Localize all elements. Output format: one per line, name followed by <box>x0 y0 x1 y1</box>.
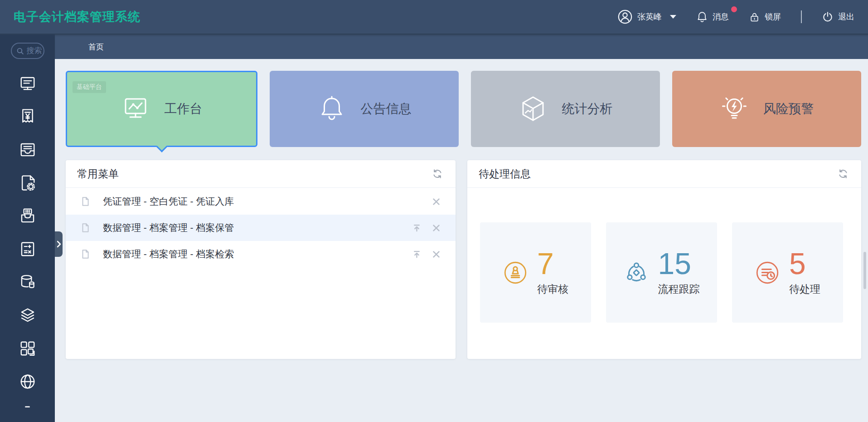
stat-value: 15 <box>658 249 700 279</box>
apps-grid-icon[interactable] <box>19 340 36 357</box>
stamp-circle-icon <box>503 260 528 285</box>
messages-button[interactable]: 消息 <box>696 11 729 23</box>
document-icon <box>80 196 90 206</box>
card-label: 公告信息 <box>361 100 412 118</box>
stat-label: 流程跟踪 <box>658 282 700 296</box>
card-label: 统计分析 <box>562 100 613 118</box>
bulb-flash-icon <box>720 94 749 123</box>
sidebar <box>0 34 55 422</box>
search-input[interactable] <box>27 46 43 55</box>
logout-label: 退出 <box>838 11 854 22</box>
card-statistics[interactable]: 统计分析 <box>471 71 660 147</box>
common-menu-panel: 常用菜单 凭证管理 - <box>66 160 456 359</box>
card-label: 工作台 <box>165 100 203 118</box>
messages-label: 消息 <box>713 11 729 22</box>
selected-card-notch <box>156 141 167 152</box>
search-icon <box>16 47 24 55</box>
app-title: 电子会计档案管理系统 <box>14 9 141 25</box>
page-content: 基础平台 工作台 <box>55 59 868 422</box>
refresh-icon[interactable] <box>432 168 443 179</box>
refresh-icon[interactable] <box>838 168 849 179</box>
app-header: 电子会计档案管理系统 张英峰 消息 <box>0 0 868 34</box>
menu-list-item[interactable]: 凭证管理 - 空白凭证 - 凭证入库 <box>66 188 456 215</box>
module-cards: 基础平台 工作台 <box>66 71 861 147</box>
task-clock-icon <box>755 260 780 285</box>
header-actions: 张英峰 消息 锁屏 <box>597 9 854 25</box>
card-label: 风险预警 <box>763 100 814 118</box>
menu-item-label: 凭证管理 - 空白凭证 - 凭证入库 <box>103 195 234 208</box>
dashboard-panels: 常用菜单 凭证管理 - <box>66 160 861 359</box>
lock-icon <box>749 11 760 23</box>
document-icon <box>80 223 90 233</box>
globe-icon[interactable] <box>19 373 36 390</box>
sidebar-nav <box>19 75 36 407</box>
remove-item-icon[interactable] <box>432 224 441 232</box>
card-tag: 基础平台 <box>73 81 106 93</box>
stat-label: 待审核 <box>537 282 568 296</box>
pin-to-top-icon[interactable] <box>412 250 421 259</box>
tab-home[interactable]: 首页 <box>88 42 104 52</box>
stat-value: 7 <box>537 249 568 279</box>
archive-in-icon[interactable] <box>19 207 36 225</box>
panel-header: 常用菜单 <box>66 160 456 188</box>
panel-title: 待处理信息 <box>479 167 531 181</box>
pending-stats: 7 待审核 <box>467 188 861 323</box>
panel-title: 常用菜单 <box>77 167 119 181</box>
panel-header: 待处理信息 <box>467 160 861 188</box>
menu-list-item[interactable]: 数据管理 - 档案管理 - 档案检索 <box>66 241 456 267</box>
cube-3d-icon <box>519 94 548 123</box>
document-gear-icon[interactable] <box>19 174 36 191</box>
stat-workflow-tracking[interactable]: 15 流程跟踪 <box>606 222 717 323</box>
unread-badge-dot <box>731 6 737 12</box>
card-risk-alert[interactable]: 风险预警 <box>672 71 861 147</box>
menu-list-item[interactable]: 数据管理 - 档案管理 - 档案保管 <box>66 215 456 241</box>
remove-item-icon[interactable] <box>432 197 441 206</box>
stat-pending-tasks[interactable]: 5 待处理 <box>732 222 843 323</box>
stat-pending-review[interactable]: 7 待审核 <box>480 222 591 323</box>
lock-screen-button[interactable]: 锁屏 <box>749 11 781 23</box>
remove-item-icon[interactable] <box>432 250 441 259</box>
avatar-circle-icon <box>617 9 633 25</box>
sidebar-expand-handle[interactable] <box>55 231 63 257</box>
bell-large-icon <box>317 94 346 123</box>
power-icon <box>822 11 834 23</box>
menu-item-label: 数据管理 - 档案管理 - 档案检索 <box>103 248 234 260</box>
calculator-icon[interactable] <box>19 240 36 258</box>
header-divider <box>801 10 802 23</box>
stat-label: 待处理 <box>789 282 820 296</box>
card-announcements[interactable]: 公告信息 <box>270 71 459 147</box>
bell-icon <box>696 11 708 23</box>
lock-label: 锁屏 <box>765 11 781 22</box>
logout-button[interactable]: 退出 <box>822 11 854 23</box>
user-name: 张英峰 <box>637 11 662 22</box>
user-menu[interactable]: 张英峰 <box>617 9 676 25</box>
monitor-dashboard-icon[interactable] <box>19 75 36 92</box>
inbox-document-icon[interactable] <box>19 141 36 158</box>
nav-overflow-dash <box>25 406 30 407</box>
workflow-nodes-icon <box>624 260 649 285</box>
menu-item-label: 数据管理 - 档案管理 - 档案保管 <box>103 221 234 234</box>
layers-icon[interactable] <box>19 307 36 324</box>
card-workbench[interactable]: 基础平台 工作台 <box>66 71 257 147</box>
pin-to-top-icon[interactable] <box>412 224 421 232</box>
stat-value: 5 <box>789 249 820 279</box>
document-icon <box>80 249 90 259</box>
sidebar-search[interactable] <box>11 43 44 59</box>
database-icon[interactable] <box>19 274 36 291</box>
scrollbar-thumb[interactable] <box>863 252 866 289</box>
monitor-chart-icon <box>121 94 150 123</box>
common-menu-list: 凭证管理 - 空白凭证 - 凭证入库 数据管理 - 档案管理 - 档案保管 <box>66 188 456 267</box>
chevron-down-icon <box>670 15 676 19</box>
receipt-yen-icon[interactable] <box>19 108 36 125</box>
tab-bar: 首页 <box>55 34 868 59</box>
pending-info-panel: 待处理信息 <box>467 160 861 359</box>
